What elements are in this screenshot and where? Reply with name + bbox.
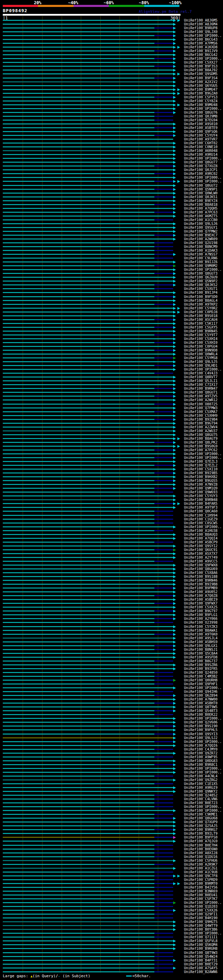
hit-label[interactable]: UniRef100_Q0DG83: [184, 759, 217, 763]
hit-label[interactable]: UniRef100_Q9M1Q9: [184, 486, 217, 490]
hit-bar[interactable]: [3, 684, 173, 684]
hit-row[interactable]: UniRef100_Q8GU73: [0, 272, 223, 275]
hit-label[interactable]: UniRef100_B4FAR5: [184, 502, 217, 506]
hit-row[interactable]: UniRef100_UPI000..: [0, 767, 223, 770]
hit-label[interactable]: UniRef100_C5XU71: [184, 287, 217, 291]
hit-label[interactable]: UniRef100_A8XI28: [184, 851, 217, 855]
hit-bar[interactable]: [3, 162, 173, 163]
hit-bar[interactable]: [3, 780, 173, 780]
hit-label[interactable]: UniRef100_UPI000..: [184, 525, 221, 529]
hit-label[interactable]: UniRef100_B9S018: [184, 314, 217, 318]
hit-label[interactable]: UniRef100_B9RUP8: [184, 26, 217, 30]
hit-row[interactable]: UniRef100_A1KXD8: [0, 45, 223, 49]
hit-row[interactable]: UniRef100_A6MZT5: [0, 214, 223, 218]
hit-label[interactable]: UniRef100_Q2V606: [184, 720, 217, 724]
hit-label[interactable]: UniRef100_B8AGL4: [184, 299, 217, 302]
hit-row[interactable]: UniRef100_Q5FVL8: [0, 939, 223, 943]
hit-label[interactable]: UniRef100_B9I9B5: [184, 471, 217, 475]
hit-row[interactable]: UniRef100_Q9ZRG2: [0, 778, 223, 782]
hit-row[interactable]: UniRef100_Q24852: [0, 793, 223, 797]
hit-row[interactable]: UniRef100_Q0URH8: [0, 678, 223, 682]
hit-bar[interactable]: [3, 150, 173, 151]
hit-row[interactable]: UniRef100_UPI000..: [0, 452, 223, 456]
hit-label[interactable]: UniRef100_C5FYS3: [184, 95, 217, 99]
hit-row[interactable]: UniRef100_B4IY56: [0, 885, 223, 889]
hit-label[interactable]: UniRef100_Q7XUZ8: [184, 164, 217, 168]
hit-row[interactable]: UniRef100_A9TZV5: [0, 394, 223, 398]
hit-label[interactable]: UniRef100_A2ZWV4: [184, 425, 217, 429]
hit-label[interactable]: UniRef100_Q8T9W3: [184, 951, 217, 955]
hit-row[interactable]: UniRef100_A1DAK3: [0, 248, 223, 252]
hit-label[interactable]: UniRef100_B9IFR5: [184, 667, 217, 671]
hit-bar[interactable]: [3, 235, 173, 236]
hit-bar[interactable]: [3, 776, 173, 776]
hit-label[interactable]: UniRef100_UPI000..: [184, 452, 221, 456]
hit-bar[interactable]: [3, 231, 173, 232]
hit-bar[interactable]: [3, 24, 173, 25]
hit-row[interactable]: UniRef100_C0SCW5: [0, 521, 223, 525]
hit-row[interactable]: UniRef100_A2Y749: [0, 555, 223, 559]
hit-row[interactable]: UniRef100_Q7FMW3: [0, 406, 223, 410]
hit-label[interactable]: UniRef100_C0PGU4: [184, 345, 217, 348]
hit-row[interactable]: UniRef100_A9U052: [0, 590, 223, 594]
hit-bar[interactable]: [3, 576, 173, 577]
hit-row[interactable]: UniRef100_B9MU48: [0, 103, 223, 107]
hit-row[interactable]: UniRef100_B8NSJ1: [0, 648, 223, 651]
hit-bar[interactable]: [3, 676, 173, 677]
hit-label[interactable]: UniRef100_Q9FWX7: [184, 601, 217, 605]
hit-label[interactable]: UniRef100_B9FHL5: [184, 728, 217, 732]
hit-label[interactable]: UniRef100_C4LVN6: [184, 797, 217, 801]
hit-label[interactable]: UniRef100_B9N9D8: [184, 348, 217, 352]
hit-label[interactable]: UniRef100_Q1DU16: [184, 855, 217, 859]
hit-row[interactable]: UniRef100_UPI000..: [0, 456, 223, 460]
hit-label[interactable]: UniRef100_A9RGI9: [184, 786, 217, 789]
hit-bar[interactable]: [3, 599, 173, 600]
hit-row[interactable]: UniRef100_Q6UC91: [0, 548, 223, 552]
hit-row[interactable]: UniRef100_C4LVN6: [0, 797, 223, 801]
hit-label[interactable]: UniRef100_B9RN47: [184, 387, 217, 390]
hit-label[interactable]: UniRef100_UPI000..: [184, 268, 221, 272]
hit-bar[interactable]: [3, 258, 173, 259]
hit-label[interactable]: UniRef100_B9GQS5: [184, 479, 217, 482]
hit-bar[interactable]: [3, 546, 173, 546]
hit-row[interactable]: UniRef100_B9S188: [0, 575, 223, 579]
hit-bar[interactable]: [3, 39, 173, 40]
hit-row[interactable]: UniRef100_Q0J9M8: [0, 115, 223, 118]
hit-bar[interactable]: [3, 626, 173, 627]
hit-label[interactable]: UniRef100_Q9NKY2: [184, 789, 217, 793]
hit-label[interactable]: UniRef100_B9F3S4: [184, 76, 217, 80]
hit-bar[interactable]: [3, 967, 173, 969]
hit-row[interactable]: UniRef100_B8A818: [0, 203, 223, 207]
hit-label[interactable]: UniRef100_C1H994: [184, 514, 217, 517]
hit-row[interactable]: UniRef100_Q7XUZ8: [0, 164, 223, 168]
hit-row[interactable]: UniRef100_Q9NKY2: [0, 789, 223, 793]
hit-bar[interactable]: [3, 223, 173, 224]
hit-row[interactable]: UniRef100_A9TKP2: [0, 302, 223, 306]
hit-bar[interactable]: [3, 940, 173, 942]
hit-row[interactable]: UniRef100_A6R048: [0, 149, 223, 153]
hit-bar[interactable]: [3, 89, 173, 90]
hit-row[interactable]: UniRef100_C4V4J3: [0, 371, 223, 375]
hit-row[interactable]: UniRef100_B9GQS5: [0, 479, 223, 482]
hit-label[interactable]: UniRef100_Q2U198: [184, 241, 217, 245]
hit-row[interactable]: UniRef100_A2R9K7: [0, 862, 223, 866]
hit-label[interactable]: UniRef100_C6HT02: [184, 141, 217, 145]
hit-label[interactable]: UniRef100_A9S010: [184, 122, 217, 126]
hit-label[interactable]: UniRef100_UPI000..: [184, 716, 221, 720]
hit-row[interactable]: UniRef100_C5XHI4: [0, 337, 223, 341]
hit-row[interactable]: UniRef100_Q8T9W3: [0, 951, 223, 955]
hit-row[interactable]: UniRef100_Q9FWX8: [0, 563, 223, 567]
hit-label[interactable]: UniRef100_Q6Z894: [184, 694, 217, 697]
hit-row[interactable]: UniRef100_C5PRD9: [0, 878, 223, 881]
hit-bar[interactable]: [3, 856, 173, 857]
hit-bar[interactable]: [3, 139, 173, 140]
hit-label[interactable]: UniRef100_Q5N9P2: [184, 279, 217, 283]
hit-row[interactable]: UniRef100_UPI000..: [0, 716, 223, 720]
hit-bar[interactable]: [3, 373, 173, 374]
hit-label[interactable]: UniRef100_Q9LSJ5: [184, 360, 217, 364]
hit-row[interactable]: UniRef100_Q7FMW2: [0, 229, 223, 233]
hit-label[interactable]: UniRef100_B9EYZ4: [184, 199, 217, 203]
hit-label[interactable]: UniRef100_UPI000..: [184, 770, 221, 774]
hit-bar[interactable]: [3, 898, 173, 899]
hit-label[interactable]: UniRef100_A6MZT5: [184, 214, 217, 218]
